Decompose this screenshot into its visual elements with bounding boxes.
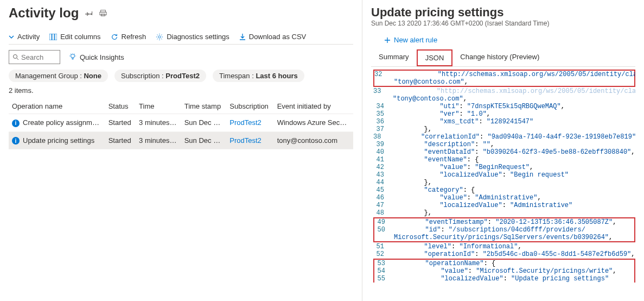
subscription-link[interactable]: ProdTest2 [229,136,262,145]
json-line: 53 "operationName": { [374,260,634,267]
activity-label: Activity [17,33,40,41]
pill-management-group[interactable]: Management Group : None [9,70,108,82]
json-line: 32 "http://schemas.xmlsoap.org/ws/2005/0… [374,71,634,78]
json-line: Microsoft.Security/pricings/SqlServers/e… [374,234,634,241]
json-line: 50 "id": "/subscriptions/04cd6fff/provid… [374,226,634,234]
info-icon: i [12,120,20,127]
detail-tabs: Summary JSON Change history (Preview) [371,49,635,67]
tab-change-history[interactable]: Change history (Preview) [452,49,547,66]
json-line: 34 "uti": "7dnspKTE5ki5qRBGQweMAQ", [373,103,635,110]
json-line: 49 "eventTimestamp": "2020-12-13T15:36:4… [374,218,634,226]
pin-icon[interactable] [85,9,93,17]
refresh-label: Refresh [122,33,146,41]
diagnostics-button[interactable]: Diagnostics settings [156,33,229,41]
gear-icon [156,33,163,41]
json-line: 42 "value": "BeginRequest", [373,164,635,171]
download-icon [239,33,246,41]
table-row[interactable]: iCreate policy assignmentStarted3 minute… [9,114,353,132]
filter-pills: Management Group : None Subscription : P… [9,70,353,82]
diagnostics-label: Diagnostics settings [167,33,229,41]
json-line: "tony@contoso.com", [374,78,634,86]
search-icon [12,54,19,60]
quick-insights-label: Quick Insights [80,53,124,61]
json-line: 41 "eventName": { [373,156,635,164]
svg-rect-3 [49,34,52,40]
col-status[interactable]: Status [105,99,136,114]
json-line: 37 }, [373,126,635,133]
quick-insights-button[interactable]: Quick Insights [69,53,124,61]
activity-dropdown[interactable]: Activity [9,33,40,41]
new-alert-rule-button[interactable]: New alert rule [384,36,635,44]
json-line: 44 }, [373,179,635,186]
search-input-wrapper[interactable] [9,50,60,64]
search-input[interactable] [21,53,56,61]
json-line: 55 "localizedValue": "Update pricing set… [374,275,634,283]
json-line: 39 "description": "", [373,141,635,148]
item-count: 2 items. [9,86,353,95]
tab-json[interactable]: JSON [417,49,453,66]
lightbulb-icon [69,53,76,61]
activity-log-pane: Activity log Activity Edit columns Refre… [0,0,362,301]
json-line: 38 "correlationId": "9ad0940a-7140-4a4f-… [373,133,635,141]
refresh-icon [111,33,118,41]
json-line: 48 }, [373,209,635,217]
toolbar: Activity Edit columns Refresh Diagnostic… [9,29,353,45]
plus-icon [384,37,391,43]
print-icon[interactable] [99,9,107,17]
edit-columns-button[interactable]: Edit columns [49,33,100,41]
detail-pane: Update pricing settings Sun Dec 13 2020 … [362,0,644,301]
page-title: Activity log [9,5,79,21]
col-subscription[interactable]: Subscription [226,99,273,114]
json-line: "tony@contoso.com", [373,95,635,103]
info-icon: i [12,137,20,145]
col-timestamp[interactable]: Time stamp [181,99,227,114]
new-alert-label: New alert rule [394,36,437,44]
svg-rect-0 [101,10,106,12]
col-time[interactable]: Time [136,99,181,114]
detail-subtitle: Sun Dec 13 2020 17:36:46 GMT+0200 (Israe… [371,20,635,27]
refresh-button[interactable]: Refresh [111,33,146,41]
json-line: 33 "http://schemas.xmlsoap.org/ws/2005/0… [373,87,635,95]
tab-summary[interactable]: Summary [371,49,417,66]
json-line: 36 "xms_tcdt": "1289241547" [373,118,635,126]
download-csv-label: Download as CSV [249,33,307,41]
json-line: 47 "localizedValue": "Administrative" [373,202,635,209]
chevron-down-icon [9,34,14,40]
svg-point-7 [14,55,17,59]
json-line: 35 "ver": "1.0", [373,110,635,118]
col-initiated-by[interactable]: Event initiated by [274,99,353,114]
svg-line-8 [17,58,18,60]
activity-table: Operation name Status Time Time stamp Su… [9,99,353,149]
json-line: 46 "value": "Administrative", [373,194,635,202]
svg-rect-5 [55,34,57,40]
json-line: 51 "level": "Informational", [373,243,635,250]
table-header-row: Operation name Status Time Time stamp Su… [9,99,353,114]
svg-rect-4 [52,34,54,40]
download-csv-button[interactable]: Download as CSV [239,33,307,41]
svg-rect-1 [100,12,106,15]
detail-title: Update pricing settings [371,5,635,20]
svg-point-6 [158,35,161,37]
json-viewer[interactable]: 32 "http://schemas.xmlsoap.org/ws/2005/0… [371,69,635,301]
columns-icon [49,34,57,40]
col-operation[interactable]: Operation name [9,99,105,114]
json-line: 45 "category": { [373,186,635,194]
pill-subscription[interactable]: Subscription : ProdTest2 [114,70,206,82]
svg-point-9 [71,54,75,58]
json-line: 52 "operationId": "2b5d546c-dba0-455c-8d… [373,250,635,258]
pill-timespan[interactable]: Timespan : Last 6 hours [213,70,304,82]
json-line: 43 "localizedValue": "Begin request" [373,171,635,179]
json-line: 40 "eventDataId": "b0390264-62f3-49e5-be… [373,148,635,156]
edit-columns-label: Edit columns [60,33,100,41]
table-row[interactable]: iUpdate pricing settingsStarted3 minutes… [9,131,353,149]
json-line: 54 "value": "Microsoft.Security/pricings… [374,267,634,275]
subscription-link[interactable]: ProdTest2 [229,118,262,127]
